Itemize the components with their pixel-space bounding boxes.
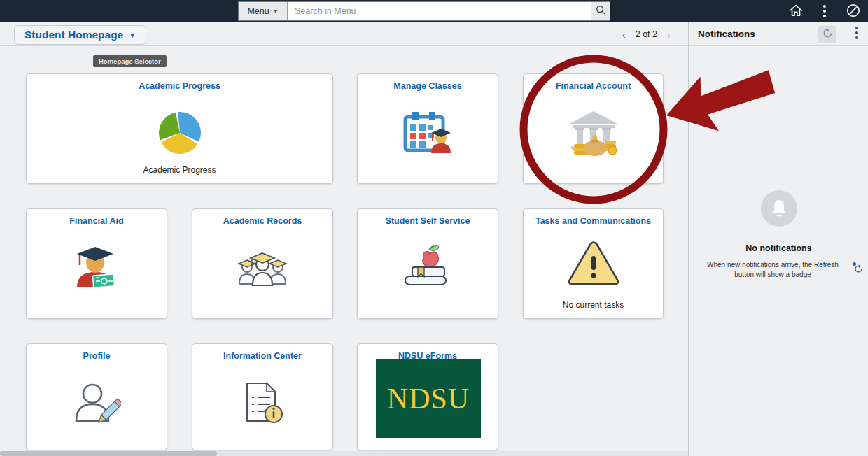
profile-edit-icon (72, 380, 121, 428)
ndsu-logo: NDSU (376, 359, 481, 438)
bell-icon (761, 190, 797, 227)
global-search-bar: Menu ▼ (238, 1, 610, 21)
tile-title: Academic Progress (27, 81, 332, 91)
notifications-empty-state: No notifications When new notifications … (689, 190, 868, 280)
kebab-menu-icon (855, 27, 858, 39)
tile-title: Financial Account (524, 81, 663, 91)
next-homepage-button: › (667, 29, 671, 40)
graduates-group-icon (236, 248, 289, 291)
tile-subtext: No current tasks (524, 300, 663, 310)
tile-student-self-service[interactable]: Student Self Service (357, 208, 498, 319)
tile-tasks-communications[interactable]: Tasks and Communications No current task… (523, 208, 664, 319)
search-input[interactable] (288, 2, 591, 20)
notifications-title: Notifications (698, 29, 755, 39)
pie-chart-icon (158, 111, 202, 158)
menu-dropdown-button[interactable]: Menu ▼ (239, 2, 288, 20)
homepage-selector-button[interactable]: Student Homepage ▼ (14, 25, 146, 45)
tile-profile[interactable]: Profile (26, 343, 167, 450)
tile-title: Profile (27, 351, 167, 361)
navbar-compass-icon (846, 3, 861, 20)
tile-title: Student Self Service (358, 216, 498, 226)
search-icon (596, 5, 606, 17)
horizontal-scrollbar-thumb[interactable] (0, 451, 217, 456)
bank-money-icon (564, 110, 623, 159)
tile-subtext: Academic Progress (27, 165, 332, 175)
chevron-down-icon: ▼ (273, 8, 279, 15)
previous-homepage-button[interactable]: ‹ (622, 29, 626, 40)
tile-title: Academic Records (192, 216, 332, 226)
homepage-selector-tooltip: Homepage Selector (93, 55, 167, 67)
notifications-refresh-button[interactable] (818, 26, 836, 43)
pagination-label: 2 of 2 (636, 29, 657, 39)
tile-financial-account[interactable]: Financial Account (523, 73, 664, 184)
horizontal-scrollbar-track[interactable] (0, 451, 688, 456)
warning-triangle-icon (567, 241, 620, 290)
no-notifications-message: When new notifications arrive, the Refre… (703, 260, 843, 280)
search-button[interactable] (591, 2, 610, 20)
notifications-panel: Notifications No notifications When new … (688, 22, 868, 456)
chevron-down-icon: ▼ (129, 31, 136, 39)
page-header: Student Homepage ▼ ‹ 2 of 2 › (0, 22, 688, 46)
graduate-money-icon (71, 243, 122, 296)
tile-title: Manage Classes (358, 81, 498, 91)
tile-financial-aid[interactable]: Financial Aid (26, 208, 167, 319)
homepage-pagination: ‹ 2 of 2 › (622, 22, 671, 46)
home-icon (788, 3, 804, 20)
calendar-graduate-icon (402, 111, 453, 157)
tile-information-center[interactable]: Information Center (192, 343, 333, 450)
tile-title: Tasks and Communications (524, 216, 663, 226)
tile-title: Financial Aid (27, 216, 167, 226)
notifications-header: Notifications (689, 22, 868, 46)
tile-ndsu-eforms[interactable]: NDSU eForms NDSU (357, 343, 498, 450)
ndsu-logo-text: NDSU (387, 382, 470, 415)
actions-menu-button[interactable] (822, 3, 827, 19)
refresh-badge-icon (854, 264, 863, 276)
page-title: Student Homepage (24, 29, 123, 41)
apple-books-icon (402, 243, 453, 295)
refresh-icon (822, 28, 833, 41)
no-notifications-title: No notifications (689, 243, 868, 253)
menu-dropdown-label: Menu (247, 6, 269, 16)
global-topbar: Menu ▼ (0, 0, 868, 22)
tile-academic-progress[interactable]: Academic Progress Academic Progress (26, 73, 333, 184)
home-button[interactable] (787, 2, 805, 21)
tile-manage-classes[interactable]: Manage Classes (357, 73, 498, 184)
kebab-menu-icon (823, 5, 826, 17)
notifications-actions-button[interactable] (855, 27, 858, 39)
document-info-icon (239, 380, 286, 428)
navbar-button[interactable] (844, 1, 862, 22)
tile-title: Information Center (192, 351, 332, 361)
tile-academic-records[interactable]: Academic Records (192, 208, 333, 319)
